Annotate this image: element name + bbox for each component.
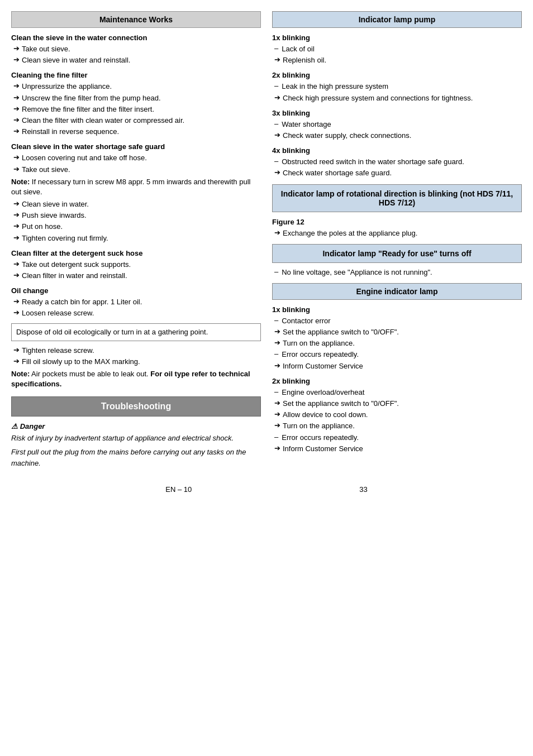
item-text: Check high pressure system and connectio…: [283, 93, 473, 103]
list-item: ➔ Inform Customer Service: [272, 361, 522, 371]
clean-sieve-shortage-section: Clean sieve in the water shortage safe g…: [11, 142, 261, 243]
item-text: Unpressurize the appliance.: [22, 82, 112, 92]
item-text: Loosen release screw.: [22, 308, 94, 318]
2x-blink-pump-title: 2x blinking: [272, 71, 522, 79]
list-item: ➔ Take out sieve.: [11, 165, 261, 175]
arrow-icon: ➔: [13, 127, 20, 135]
list-item: – Error occurs repeatedly.: [272, 350, 522, 360]
1x-blink-pump-title: 1x blinking: [272, 34, 522, 42]
item-text: Lack of oil: [282, 44, 315, 54]
detergent-title: Clean filter at the detergent suck hose: [11, 249, 261, 257]
oil-change-title: Oil change: [11, 286, 261, 295]
arrow-icon: ➔: [274, 421, 280, 429]
list-item: ➔ Clean sieve in water.: [11, 199, 261, 209]
item-text: Take out detergent suck supports.: [22, 260, 131, 270]
indicator-lamp-pump-header: Indicator lamp pump: [272, 11, 522, 28]
list-item: ➔ Ready a catch bin for appr. 1 Liter oi…: [11, 297, 261, 307]
arrow-icon: ➔: [13, 260, 20, 268]
arrow-icon: ➔: [13, 82, 20, 90]
arrow-icon: ➔: [13, 308, 20, 317]
list-item: ➔ Check high pressure system and connect…: [272, 93, 522, 103]
item-text: Clean sieve in water and reinstall.: [22, 55, 130, 65]
arrow-icon: ➔: [274, 93, 280, 102]
engine-1x-blink-section: 1x blinking – Contactor error ➔ Set the …: [272, 305, 522, 371]
item-text: Clean sieve in water.: [22, 199, 89, 209]
list-item: ➔ Take out detergent suck supports.: [11, 260, 261, 270]
ready-for-use-header: Indicator lamp "Ready for use" turns off: [272, 244, 522, 263]
arrow-icon: ➔: [13, 346, 20, 354]
arrow-icon: ➔: [274, 361, 280, 370]
cleaning-fine-filter-section: Cleaning the fine filter ➔ Unpressurize …: [11, 71, 261, 137]
item-text: Tighten release screw.: [22, 346, 94, 356]
arrow-icon: ➔: [13, 153, 20, 161]
dash-icon: –: [274, 433, 278, 441]
dash-icon: –: [274, 82, 278, 90]
arrow-icon: ➔: [13, 116, 20, 124]
right-column: Indicator lamp pump 1x blinking – Lack o…: [272, 11, 522, 474]
list-item: ➔ Unpressurize the appliance.: [11, 82, 261, 92]
item-text: Error occurs repeatedly.: [282, 433, 359, 443]
list-item: ➔ Push sieve inwards.: [11, 210, 261, 221]
footer-right: 33: [359, 485, 367, 494]
item-text: Tighten covering nut firmly.: [22, 233, 108, 243]
engine-2x-blink-section: 2x blinking – Engine overload/overheat ➔…: [272, 377, 522, 454]
list-item: ➔ Turn on the appliance.: [272, 421, 522, 431]
arrow-icon: ➔: [13, 44, 20, 52]
dash-icon: –: [274, 350, 278, 358]
item-text: Reinstall in reverse sequence.: [22, 127, 119, 137]
arrow-icon: ➔: [13, 165, 20, 173]
left-column: Maintenance Works Clean the sieve in the…: [11, 11, 261, 474]
list-item: ➔ Tighten release screw.: [11, 346, 261, 356]
engine-2x-title: 2x blinking: [272, 377, 522, 385]
3x-blink-pump-section: 3x blinking – Water shortage ➔ Check wat…: [272, 109, 522, 141]
item-text: Error occurs repeatedly.: [282, 350, 359, 360]
list-item: ➔ Turn on the appliance.: [272, 338, 522, 348]
list-item: ➔ Loosen release screw.: [11, 308, 261, 318]
list-item: ➔ Inform Customer Service: [272, 444, 522, 454]
fine-filter-title: Cleaning the fine filter: [11, 71, 261, 79]
arrow-icon: ➔: [274, 327, 280, 336]
arrow-icon: ➔: [13, 357, 20, 365]
arrow-icon: ➔: [274, 55, 280, 64]
item-text: Ready a catch bin for appr. 1 Liter oil.: [22, 297, 142, 307]
list-item: ➔ Clean sieve in water and reinstall.: [11, 55, 261, 65]
figure12-section: Figure 12 ➔ Exchange the poles at the ap…: [272, 218, 522, 238]
clean-filter-detergent-section: Clean filter at the detergent suck hose …: [11, 249, 261, 281]
arrow-icon: ➔: [13, 104, 20, 113]
list-item: ➔ Allow device to cool down.: [272, 410, 522, 420]
item-text: Check water shortage safe guard.: [283, 168, 392, 178]
list-item: ➔ Reinstall in reverse sequence.: [11, 127, 261, 137]
list-item: – Contactor error: [272, 316, 522, 326]
item-text: Exchange the poles at the appliance plug…: [283, 228, 417, 238]
list-item: ➔ Loosen covering nut and take off hose.: [11, 153, 261, 163]
item-text: Inform Customer Service: [283, 444, 363, 454]
arrow-icon: ➔: [13, 271, 20, 279]
list-item: ➔ Clean the filter with clean water or c…: [11, 116, 261, 126]
dash-icon: –: [274, 157, 278, 165]
list-item: – Water shortage: [272, 119, 522, 130]
oil-change-section: Oil change ➔ Ready a catch bin for appr.…: [11, 286, 261, 389]
arrow-icon: ➔: [274, 131, 280, 139]
item-text: Obstructed reed switch in the water shor…: [282, 157, 464, 167]
rotational-direction-header: Indicator lamp of rotational direction i…: [272, 184, 522, 212]
engine-1x-title: 1x blinking: [272, 305, 522, 314]
list-item: ➔ Remove the fine filter and the filter …: [11, 104, 261, 114]
danger-section: ⚠ Danger Risk of injury by inadvertent s…: [11, 422, 261, 469]
figure12-title: Figure 12: [272, 218, 522, 226]
item-text: Water shortage: [282, 119, 331, 130]
item-text: Contactor error: [282, 316, 330, 326]
list-item: ➔ Fill oil slowly up to the MAX marking.: [11, 357, 261, 367]
warning-triangle-icon: ⚠: [11, 422, 18, 430]
item-text: Clean filter in water and reinstall.: [22, 271, 127, 281]
item-text: Allow device to cool down.: [283, 410, 368, 420]
arrow-icon: ➔: [274, 399, 280, 407]
dash-icon: –: [274, 387, 278, 396]
item-text: Leak in the high pressure system: [282, 82, 388, 92]
item-text: Engine overload/overheat: [282, 387, 364, 398]
item-text: Put on hose.: [22, 222, 63, 232]
arrow-icon: ➔: [274, 410, 280, 418]
list-item: ➔ Unscrew the fine filter from the pump …: [11, 93, 261, 103]
list-item: ➔ Exchange the poles at the appliance pl…: [272, 228, 522, 238]
item-text: Unscrew the fine filter from the pump he…: [22, 93, 161, 103]
arrow-icon: ➔: [274, 338, 280, 347]
